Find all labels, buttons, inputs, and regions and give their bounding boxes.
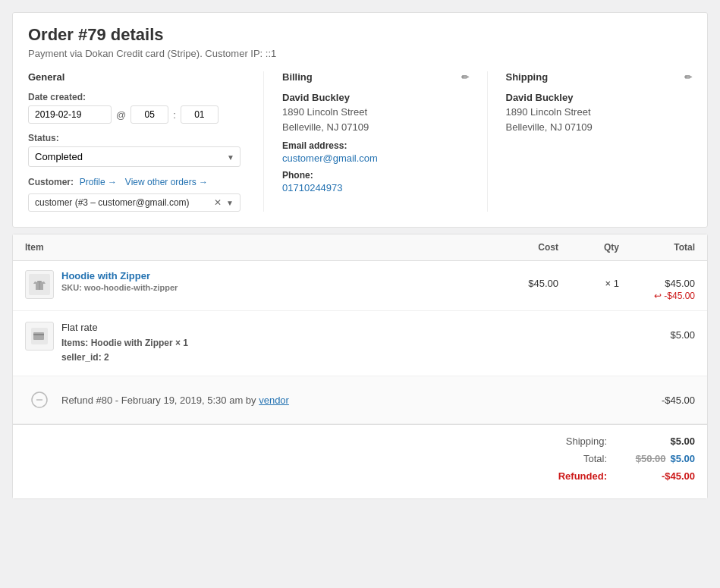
product-sku: woo-hoodie-with-zipper (84, 283, 178, 292)
shipping-total-label: Shipping: (513, 435, 619, 447)
col-item-header: Item (25, 242, 483, 253)
billing-phone-label: Phone: (282, 170, 469, 181)
order-title: Order #79 details (28, 25, 692, 45)
flat-rate-seller-value: 2 (104, 352, 109, 363)
customer-select-value: customer (#3 – customer@gmail.com) (35, 197, 214, 208)
total-value: $50.00$5.00 (619, 453, 695, 464)
shipping-icon (25, 322, 54, 351)
order-subtitle: Payment via Dokan Credit card (Stripe). … (28, 48, 692, 59)
shipping-address-line2: Belleville, NJ 07109 (506, 121, 593, 133)
refund-vendor-link[interactable]: vendor (259, 395, 289, 406)
product-qty: × 1 (558, 270, 619, 289)
sku-label: SKU: (61, 283, 82, 292)
shipping-total-value: $5.00 (619, 435, 695, 447)
flat-rate-seller-label: seller_id: (61, 352, 102, 363)
minute-input[interactable] (181, 105, 219, 124)
status-label: Status: (28, 133, 245, 143)
product-refund-amount: ↩ -$45.00 (619, 291, 695, 301)
billing-name: David Buckley (282, 92, 469, 103)
date-created-label: Date created: (28, 92, 245, 102)
billing-email-link[interactable]: customer@gmail.com (282, 153, 378, 164)
billing-email-label: Email address: (282, 140, 469, 151)
product-row: Hoodie with Zipper SKU: woo-hoodie-with-… (13, 261, 707, 311)
profile-link[interactable]: Profile → (80, 177, 117, 187)
billing-address: 1890 Lincoln Street Belleville, NJ 07109 (282, 105, 469, 134)
shipping-address-line1: 1890 Lincoln Street (506, 106, 591, 118)
refund-icon (25, 385, 54, 414)
col-total-header: Total (619, 242, 695, 253)
shipping-address: 1890 Lincoln Street Belleville, NJ 07109 (506, 105, 693, 134)
total-new: $5.00 (670, 453, 695, 464)
totals-section: Shipping: $5.00 Total: $50.00$5.00 Refun… (13, 424, 707, 498)
billing-phone-link[interactable]: 01710244973 (282, 182, 343, 193)
col-cost-header: Cost (483, 242, 558, 253)
product-total: $45.00 (619, 278, 695, 289)
product-thumbnail (25, 270, 54, 299)
refunded-value: -$45.00 (619, 470, 695, 482)
svg-rect-3 (33, 332, 44, 340)
at-label: @ (116, 109, 126, 121)
billing-section-title: Billing (282, 71, 313, 83)
refund-row: Refund #80 - February 19, 2019, 5:30 am … (13, 376, 707, 424)
billing-address-line2: Belleville, NJ 07109 (282, 121, 369, 133)
shipping-section-title: Shipping (506, 71, 549, 83)
time-colon: : (173, 109, 176, 121)
svg-rect-4 (33, 334, 44, 335)
product-cost: $45.00 (483, 270, 558, 289)
flat-rate-row: Flat rate Items: Hoodie with Zipper × 1 … (13, 311, 707, 376)
total-original: $50.00 (636, 453, 666, 464)
billing-address-line1: 1890 Lincoln Street (282, 106, 367, 118)
total-label: Total: (513, 453, 619, 464)
refunded-label: Refunded: (513, 470, 619, 482)
general-section-title: General (28, 71, 64, 83)
date-input[interactable] (28, 105, 112, 124)
flat-rate-items-label: Items: (61, 338, 88, 348)
product-name-link[interactable]: Hoodie with Zipper (61, 270, 150, 281)
shipping-name: David Buckley (506, 92, 693, 103)
flat-rate-items-value: Hoodie with Zipper × 1 (91, 338, 188, 348)
status-select[interactable]: Completed Processing Pending payment On … (28, 146, 241, 167)
refund-label: Refund #80 - February 19, 2019, 5:30 am … (61, 395, 289, 406)
refund-total: -$45.00 (619, 395, 695, 406)
shipping-edit-icon[interactable]: ✏ (684, 72, 692, 83)
col-qty-header: Qty (558, 242, 619, 253)
view-other-orders-link[interactable]: View other orders → (125, 177, 208, 187)
billing-edit-icon[interactable]: ✏ (461, 72, 469, 83)
customer-clear-icon[interactable]: ✕ (214, 197, 222, 208)
hour-input[interactable] (130, 105, 168, 124)
flat-rate-name: Flat rate (61, 322, 188, 333)
customer-label: Customer: (28, 177, 74, 187)
customer-dropdown-icon[interactable]: ▼ (226, 199, 234, 207)
flat-rate-total: $5.00 (619, 322, 695, 341)
